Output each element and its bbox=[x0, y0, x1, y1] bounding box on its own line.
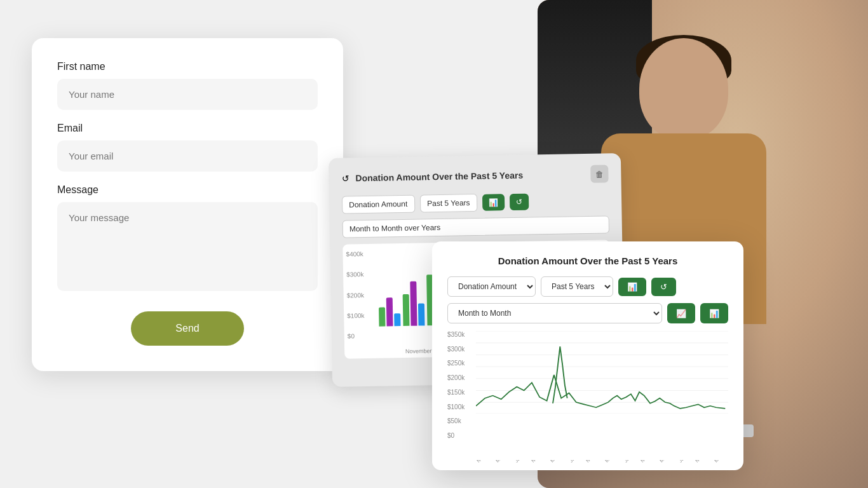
chart-fg-line-btn[interactable]: 📈 bbox=[667, 303, 695, 323]
message-group: Message bbox=[57, 184, 318, 294]
chart-fg-bar2-btn[interactable]: 📊 bbox=[700, 303, 728, 323]
chart-bg-dropdown1[interactable]: Donation Amount bbox=[342, 195, 415, 214]
contact-form-card: First name Email Message Send bbox=[32, 38, 343, 371]
chart-fg-dropdown3[interactable]: Month to Month bbox=[447, 303, 662, 323]
chart-fg-controls-row2: Month to Month 📈 📊 bbox=[447, 303, 728, 323]
chart-fg-line-chart: $350k $300k $250k $200k $150k $100k $50k… bbox=[447, 331, 728, 464]
chart-bg-header: ↺ Donation Amount Over the Past 5 Years … bbox=[341, 165, 608, 187]
chart-fg-controls-row1: Donation Amount Past 5 Years 📊 ↺ bbox=[447, 276, 728, 297]
chart-bg-controls-row1: Donation Amount Past 5 Years 📊 ↺ bbox=[342, 191, 609, 214]
chart-bg-y-axis: $400k $300k $200k $100k $0 bbox=[346, 250, 365, 339]
chart-bg-trash-icon[interactable]: 🗑 bbox=[590, 165, 608, 182]
message-textarea[interactable] bbox=[57, 202, 318, 291]
chart-fg-svg bbox=[476, 331, 728, 414]
chart-bg-refresh-btn[interactable]: ↺ bbox=[510, 194, 529, 211]
chart-fg-x-labels: Nov 2012 Mar 2013 Jul 2013 Nov 2013 Mar … bbox=[476, 460, 728, 464]
first-name-group: First name bbox=[57, 61, 318, 110]
chart-bg-dropdown3[interactable]: Month to Month over Years bbox=[342, 215, 609, 238]
chart-bg-bar-btn[interactable]: 📊 bbox=[482, 194, 505, 211]
chart-fg-refresh-btn[interactable]: ↺ bbox=[651, 278, 676, 296]
chart-fg-title: Donation Amount Over the Past 5 Years bbox=[447, 255, 728, 266]
chart-bg-controls-row2: Month to Month over Years bbox=[342, 215, 609, 238]
chart-fg-y-labels: $350k $300k $250k $200k $150k $100k $50k… bbox=[447, 331, 465, 439]
chart-bg-title: Donation Amount Over the Past 5 Years bbox=[355, 169, 584, 183]
chart-bg-dropdown2[interactable]: Past 5 Years bbox=[420, 194, 477, 213]
first-name-input[interactable] bbox=[57, 79, 318, 110]
chart-fg-dropdown1[interactable]: Donation Amount bbox=[447, 276, 536, 297]
send-button[interactable]: Send bbox=[131, 311, 243, 346]
chart-bg-refresh-icon: ↺ bbox=[341, 173, 349, 183]
chart-fg-dropdown2[interactable]: Past 5 Years bbox=[541, 276, 613, 297]
email-group: Email bbox=[57, 123, 318, 172]
email-label: Email bbox=[57, 123, 318, 134]
email-input[interactable] bbox=[57, 140, 318, 172]
chart-fg-bar-btn[interactable]: 📊 bbox=[618, 278, 646, 296]
chart-card-foreground: Donation Amount Over the Past 5 Years Do… bbox=[432, 241, 743, 470]
message-label: Message bbox=[57, 184, 318, 196]
first-name-label: First name bbox=[57, 61, 318, 72]
